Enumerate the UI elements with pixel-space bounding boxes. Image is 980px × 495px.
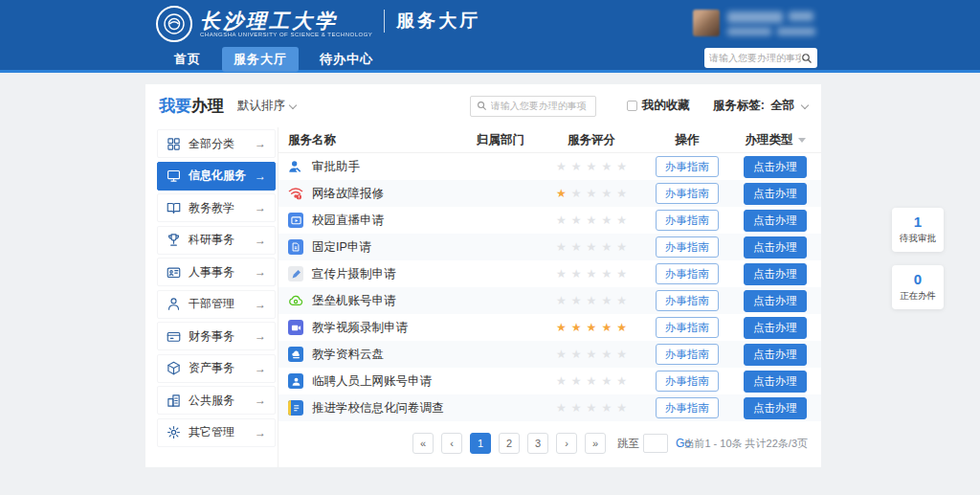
sidebar-item[interactable]: 财务事务 → [157, 322, 276, 350]
sort-dropdown[interactable]: 默认排序 [237, 98, 296, 114]
trophy-icon [167, 233, 181, 247]
column-header: 服务评分 [538, 132, 645, 148]
guide-button[interactable]: 办事指南 [656, 317, 719, 338]
nav-tab-1[interactable]: 服务大厅 [222, 47, 299, 72]
guide-button[interactable]: 办事指南 [656, 156, 719, 177]
guide-button[interactable]: 办事指南 [656, 236, 719, 258]
guide-button[interactable]: 办事指南 [656, 183, 719, 204]
workflow-count: 1 [894, 214, 942, 231]
star-icon: ★ [571, 294, 582, 307]
page-3-button[interactable]: 3 [527, 433, 548, 454]
page-prev-button[interactable]: ‹ [441, 433, 462, 454]
guide-button[interactable]: 办事指南 [656, 397, 719, 418]
user-account-icon [288, 373, 303, 389]
apply-button[interactable]: 点击办理 [744, 317, 807, 339]
guide-button[interactable]: 办事指南 [656, 344, 719, 365]
jump-label: 跳至 [617, 437, 639, 451]
arrow-right-icon: → [255, 265, 266, 279]
sidebar-item[interactable]: 干部管理 → [157, 290, 276, 319]
search-icon[interactable] [801, 53, 813, 64]
favorites-filter[interactable]: 我的收藏 [627, 98, 690, 114]
page-2-button[interactable]: 2 [499, 433, 520, 454]
service-rating: ★★★★★ [538, 240, 645, 254]
sidebar-item[interactable]: 公共服务 → [157, 386, 276, 415]
guide-button[interactable]: 办事指南 [656, 290, 719, 311]
sidebar-item-label: 其它管理 [189, 424, 255, 440]
favorites-checkbox[interactable] [627, 101, 637, 111]
pencil-edit-icon [288, 266, 303, 281]
apply-button[interactable]: 点击办理 [744, 344, 807, 366]
service-search[interactable] [470, 96, 596, 117]
workflow-count: 0 [894, 271, 942, 288]
service-name[interactable]: 审批助手 [312, 159, 360, 175]
service-row[interactable]: 宣传片摄制申请 ★★★★★ 办事指南 点击办理 [278, 260, 821, 287]
sidebar-item-label: 信息化服务 [189, 168, 255, 184]
user-block[interactable] [693, 10, 815, 36]
service-tag-dropdown[interactable]: 服务标签: 全部 [713, 98, 808, 114]
service-name[interactable]: 宣传片摄制申请 [312, 266, 396, 282]
sidebar-item-label: 教务教学 [189, 200, 255, 216]
site-header: 长沙理工大学 CHANGSHA UNIVERSITY OF SCIENCE & … [0, 0, 980, 73]
service-name[interactable]: 教学资料云盘 [312, 347, 384, 363]
user-avatar[interactable] [693, 10, 720, 36]
sidebar-item[interactable]: 人事事务 → [157, 258, 276, 286]
apply-button[interactable]: 点击办理 [744, 290, 807, 312]
apply-button[interactable]: 点击办理 [744, 236, 807, 259]
service-row[interactable]: 堡垒机账号申请 ★★★★★ 办事指南 点击办理 [278, 287, 821, 314]
workflow-label: 待我审批 [894, 233, 942, 245]
service-row[interactable]: 教学视频录制申请 ★★★★★ 办事指南 点击办理 [278, 314, 821, 341]
pagination-summary: 当前1 - 10条 共计22条/3页 [683, 437, 808, 451]
apply-button[interactable]: 点击办理 [744, 210, 807, 232]
service-name[interactable]: 校园直播申请 [312, 213, 384, 229]
star-icon: ★ [571, 348, 582, 361]
sidebar-item[interactable]: 教务教学 → [157, 193, 276, 222]
guide-button[interactable]: 办事指南 [656, 210, 719, 231]
apply-button[interactable]: 点击办理 [744, 183, 807, 205]
service-row[interactable]: 临聘人员上网账号申请 ★★★★★ 办事指南 点击办理 [278, 368, 821, 394]
nav-tab-0[interactable]: 首页 [163, 47, 212, 72]
workflow-card[interactable]: 1 待我审批 [892, 208, 944, 252]
star-icon: ★ [556, 294, 567, 307]
star-icon: ★ [616, 374, 627, 388]
service-row[interactable]: 固定IP申请 ★★★★★ 办事指南 点击办理 [278, 234, 821, 260]
star-icon: ★ [556, 214, 567, 227]
sidebar-item[interactable]: 全部分类 → [157, 129, 276, 158]
workflow-card[interactable]: 0 正在办件 [892, 265, 944, 309]
apply-button[interactable]: 点击办理 [744, 371, 807, 393]
header-search[interactable] [704, 48, 817, 68]
service-name[interactable]: 教学视频录制申请 [312, 320, 408, 336]
page-last-button[interactable]: » [585, 433, 606, 454]
column-header[interactable]: 办理类型 [729, 132, 821, 148]
filter-icon[interactable] [798, 138, 806, 143]
sidebar-item[interactable]: 信息化服务 → [157, 162, 276, 191]
sidebar-item[interactable]: 科研事务 → [157, 226, 276, 255]
service-name[interactable]: 临聘人员上网账号申请 [312, 373, 432, 390]
page-first-button[interactable]: « [412, 433, 434, 454]
service-row[interactable]: 审批助手 ★★★★★ 办事指南 点击办理 [278, 153, 821, 180]
guide-button[interactable]: 办事指南 [656, 371, 719, 392]
service-search-input[interactable] [491, 101, 590, 111]
nav-tab-2[interactable]: 待办中心 [308, 47, 385, 72]
header-search-input[interactable] [709, 53, 801, 63]
service-row[interactable]: 网络故障报修 ★★★★★ 办事指南 点击办理 [278, 180, 821, 207]
service-name[interactable]: 堡垒机账号申请 [312, 293, 396, 309]
service-name[interactable]: 网络故障报修 [312, 186, 384, 202]
service-row[interactable]: 教学资料云盘 ★★★★★ 办事指南 点击办理 [278, 341, 821, 368]
apply-button[interactable]: 点击办理 [744, 156, 807, 178]
logo-group: 长沙理工大学 CHANGSHA UNIVERSITY OF SCIENCE & … [156, 6, 480, 42]
service-name[interactable]: 推进学校信息化问卷调查 [312, 400, 444, 416]
apply-button[interactable]: 点击办理 [744, 263, 807, 285]
page-next-button[interactable]: › [556, 433, 577, 454]
service-name[interactable]: 固定IP申请 [312, 239, 371, 256]
cloud-drive-icon [288, 347, 303, 362]
sidebar-item[interactable]: 其它管理 → [157, 418, 276, 447]
service-row[interactable]: 推进学校信息化问卷调查 ★★★★★ 办事指南 点击办理 [278, 394, 821, 421]
star-icon: ★ [556, 321, 567, 334]
sidebar-item[interactable]: 资产事务 → [157, 354, 276, 383]
jump-page-input[interactable] [643, 434, 668, 453]
guide-button[interactable]: 办事指南 [656, 263, 719, 284]
service-row[interactable]: 校园直播申请 ★★★★★ 办事指南 点击办理 [278, 207, 821, 234]
page-1-button[interactable]: 1 [470, 433, 491, 454]
apply-button[interactable]: 点击办理 [744, 397, 807, 419]
cloud-green-icon [288, 293, 303, 308]
